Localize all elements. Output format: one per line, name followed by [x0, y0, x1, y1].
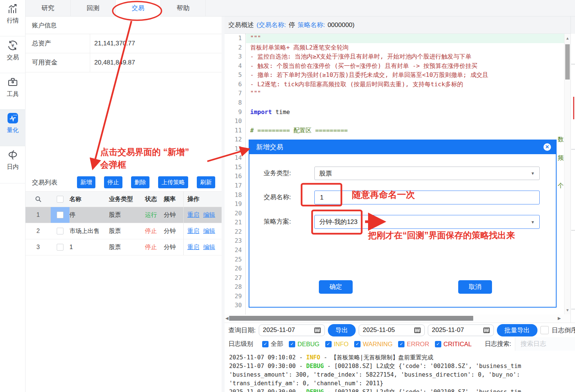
- clipped-code-char: 个: [558, 181, 564, 191]
- editor-horizontal-scrollbar[interactable]: ◀ ▶: [225, 314, 570, 323]
- scroll-down-icon[interactable]: ▼: [564, 308, 570, 312]
- log-level-warning[interactable]: ✓WARNING: [354, 341, 392, 348]
- row-checkbox[interactable]: [57, 244, 63, 251]
- restart-link[interactable]: 重启: [187, 227, 199, 235]
- sidebar-item-quant[interactable]: 量化: [0, 109, 26, 146]
- trade-name-input[interactable]: [319, 194, 535, 202]
- search-icon[interactable]: [26, 196, 51, 203]
- editor-vertical-scrollbar[interactable]: ▲ ▼: [564, 34, 570, 314]
- line-number: 26: [225, 264, 245, 273]
- yen-transfer-icon: ¥: [7, 46, 18, 52]
- batch-export-button[interactable]: 批量导出: [497, 324, 537, 336]
- log-level-item-label: CRITICAL: [444, 341, 472, 348]
- log-level-error[interactable]: ✓ERROR: [398, 341, 429, 348]
- account-row: 总资产21,141,370.77: [26, 34, 222, 53]
- checked-checkbox-icon[interactable]: ✓: [262, 341, 269, 347]
- row-actions: 重启编辑: [183, 239, 222, 255]
- line-number: 14: [225, 153, 245, 163]
- calendar-icon[interactable]: [314, 327, 321, 333]
- close-icon[interactable]: ✕: [543, 143, 551, 151]
- sidebar-item-market[interactable]: 行情: [0, 3, 26, 25]
- line-number: 16: [225, 172, 245, 181]
- log-search-input[interactable]: [515, 337, 575, 351]
- restart-link[interactable]: 重启: [187, 243, 199, 251]
- line-number: 3: [225, 52, 245, 62]
- sidebar-item-intraday[interactable]: 日内: [0, 149, 26, 171]
- log-line: 2025-11-07 09:10:02 - INFO - 【首板策略|无首板限制…: [229, 353, 575, 362]
- edit-link[interactable]: 编辑: [203, 243, 215, 251]
- scroll-right-icon[interactable]: ▶: [558, 316, 561, 321]
- range-start-date-input[interactable]: 2025-11-05: [359, 324, 425, 336]
- edit-link[interactable]: 编辑: [203, 211, 215, 219]
- line-number: 8: [225, 98, 245, 108]
- account-row-label: 可用资金: [26, 53, 90, 72]
- header-checkbox-cell: [51, 192, 69, 207]
- table-row[interactable]: 1停股票运行分钟重启编辑: [26, 207, 222, 223]
- trade-list-title: 交易列表: [26, 178, 77, 187]
- sidebar-item-tools[interactable]: 工具: [0, 77, 26, 98]
- strip-row-line: [571, 230, 575, 231]
- scroll-left-icon[interactable]: ◀: [225, 316, 228, 321]
- query-date-input[interactable]: 2025-11-07: [259, 324, 325, 336]
- strip-row-line: [571, 309, 575, 309]
- sidebar-item-label: 工具: [0, 90, 26, 98]
- log-level-info[interactable]: ✓INFO: [325, 341, 349, 348]
- log-level-debug[interactable]: ✓DEBUG: [289, 341, 320, 348]
- scroll-up-icon[interactable]: ▲: [564, 36, 570, 40]
- checked-checkbox-icon[interactable]: ✓: [398, 341, 404, 347]
- panel-divider: [222, 17, 225, 392]
- log-level-label: 日志级别: [228, 340, 253, 348]
- row-checkbox-cell: [51, 207, 69, 223]
- checked-checkbox-icon[interactable]: ✓: [435, 341, 441, 347]
- code-line: - 触发: 个股当前价在涨停价 (买一价=涨停价) 且有封单 -> 按预算在涨停…: [246, 62, 564, 71]
- calendar-icon[interactable]: [483, 327, 490, 333]
- upload-strategy-button[interactable]: 上传策略: [158, 176, 188, 188]
- delete-button[interactable]: 删除: [131, 176, 149, 188]
- line-number: 7: [225, 89, 245, 98]
- calendar-icon[interactable]: [414, 327, 421, 333]
- row-checkbox[interactable]: [57, 212, 63, 218]
- status-badge: 停止: [145, 227, 164, 235]
- export-button[interactable]: 导出: [328, 324, 356, 336]
- table-row[interactable]: 2市场上出售股票停止分钟重启编辑: [26, 223, 222, 239]
- edit-link[interactable]: 编辑: [203, 227, 215, 235]
- add-button[interactable]: 新增: [77, 176, 95, 188]
- tab-help[interactable]: 帮助: [161, 0, 206, 16]
- log-reverse-checkbox[interactable]: [540, 326, 549, 334]
- line-number: 24: [225, 246, 245, 255]
- strategy-plan-select[interactable]: 分钟-我的123 ▼: [314, 215, 540, 229]
- range-end-date-input[interactable]: 2025-11-07: [428, 324, 494, 336]
- line-number: 12: [225, 135, 245, 144]
- restart-link[interactable]: 重启: [187, 211, 199, 219]
- column-header: 状态: [145, 195, 164, 203]
- horizontal-scroll-thumb[interactable]: [229, 316, 473, 321]
- row-checkbox[interactable]: [57, 228, 63, 234]
- log-level-items: ✓全部✓DEBUG✓INFO✓WARNING✓ERROR✓CRITICAL: [262, 340, 477, 348]
- row-name: 市场上出售: [69, 227, 109, 235]
- log-level-critical[interactable]: ✓CRITICAL: [435, 341, 472, 348]
- line-number: 9: [225, 108, 245, 117]
- checked-checkbox-icon[interactable]: ✓: [325, 341, 332, 347]
- tab-trade[interactable]: 交易: [116, 0, 161, 17]
- checked-checkbox-icon[interactable]: ✓: [289, 341, 295, 347]
- sidebar-divider: [0, 146, 26, 146]
- business-type-select[interactable]: 股票 ▼: [314, 167, 540, 180]
- log-level-item-label: INFO: [334, 341, 349, 348]
- cancel-button[interactable]: 取消: [458, 280, 492, 294]
- tab-research[interactable]: 研究: [26, 0, 71, 16]
- stop-button[interactable]: 停止: [104, 176, 122, 188]
- business-type-value: 股票: [319, 169, 332, 178]
- line-number: 28: [225, 282, 245, 292]
- column-header: 频率: [164, 195, 183, 203]
- sidebar-item-trade[interactable]: ¥交易: [0, 40, 26, 62]
- tab-backtest[interactable]: 回测: [71, 0, 116, 16]
- line-number: 6: [225, 80, 245, 89]
- confirm-button[interactable]: 确定: [319, 280, 353, 294]
- log-level-all[interactable]: ✓全部: [262, 340, 283, 348]
- select-all-checkbox[interactable]: [57, 196, 63, 203]
- vertical-scroll-thumb[interactable]: [565, 44, 570, 80]
- refresh-button[interactable]: 刷新: [197, 176, 215, 188]
- checked-checkbox-icon[interactable]: ✓: [354, 341, 361, 347]
- table-row[interactable]: 31股票停止分钟重启编辑: [26, 239, 222, 255]
- sidebar-item-label: 行情: [0, 17, 26, 25]
